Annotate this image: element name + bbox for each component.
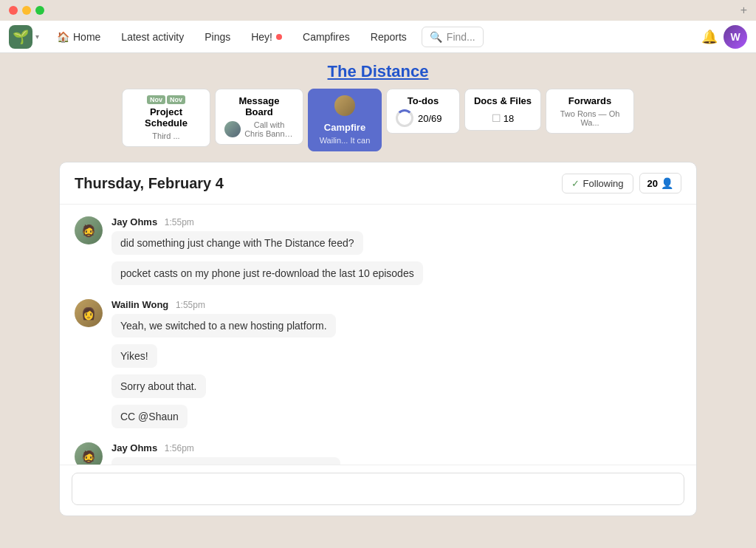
message-group: 🧔 Jay Ohms 1:56pm no worries, wanted to … bbox=[75, 442, 681, 465]
message-group: 👩 Wailin Wong 1:55pm Yeah, we switched t… bbox=[75, 299, 681, 432]
new-tab-button[interactable]: + bbox=[740, 4, 747, 17]
date-badge-1: Nov bbox=[147, 95, 165, 104]
date-badge-2: Nov bbox=[167, 95, 185, 104]
home-icon: 🏠 bbox=[57, 31, 69, 43]
nav-hey[interactable]: Hey! bbox=[242, 27, 291, 47]
message-bubble: pocket casts on my phone just re-downloa… bbox=[111, 261, 423, 285]
docs-count: 18 bbox=[504, 113, 514, 124]
message-time: 1:55pm bbox=[176, 300, 205, 310]
input-area bbox=[60, 465, 696, 516]
message-bubble: CC @Shaun bbox=[111, 405, 188, 428]
chat-container: Thursday, February 4 ✓ Following 20 👤 🧔 bbox=[59, 162, 697, 516]
chat-input[interactable] bbox=[72, 473, 684, 505]
nav-reports[interactable]: Reports bbox=[362, 27, 416, 47]
people-icon: 👤 bbox=[661, 177, 673, 189]
message-bubble: did something just change with The Dista… bbox=[111, 231, 363, 255]
nav-home-label: Home bbox=[73, 31, 100, 43]
main-content: The Distance Nov Nov Project Schedule Th… bbox=[0, 53, 756, 525]
minimize-button[interactable] bbox=[22, 6, 31, 15]
message-meta: Wailin Wong 1:55pm bbox=[111, 299, 681, 310]
following-label: Following bbox=[583, 178, 624, 189]
tab-preview: Third ... bbox=[131, 131, 201, 140]
members-count: 20 bbox=[647, 178, 658, 189]
tab-preview: Two Rons — Oh Wa... bbox=[555, 109, 625, 127]
nav-search[interactable]: 🔍 Find... bbox=[422, 27, 484, 47]
search-label: Find... bbox=[447, 31, 475, 43]
members-button[interactable]: 20 👤 bbox=[639, 173, 681, 193]
nav-logo[interactable]: 🌱 ▾ bbox=[9, 25, 39, 49]
logo-chevron-icon: ▾ bbox=[35, 32, 39, 41]
nav-home[interactable]: 🏠 Home bbox=[48, 27, 109, 47]
tab-message-board[interactable]: Message Board Call with Chris Bannon of bbox=[215, 89, 303, 145]
tab-docs-files[interactable]: Docs & Files ☐ 18 bbox=[464, 89, 541, 131]
nav-pings-label: Pings bbox=[205, 31, 230, 43]
navbar: 🌱 ▾ 🏠 Home Latest activity Pings Hey! Ca… bbox=[0, 21, 756, 53]
avatar: 👩 bbox=[75, 299, 103, 327]
tab-label: To-dos bbox=[396, 95, 450, 106]
tab-label: Docs & Files bbox=[474, 95, 532, 106]
message-bubble: Yeah, we switched to a new hosting platf… bbox=[111, 314, 336, 338]
project-title-link[interactable]: The Distance bbox=[328, 62, 429, 81]
message-group: 🧔 Jay Ohms 1:55pm did something just cha… bbox=[75, 216, 681, 289]
nav-reports-label: Reports bbox=[371, 31, 407, 43]
traffic-lights bbox=[9, 6, 44, 15]
nav-campfires[interactable]: Campfires bbox=[294, 27, 359, 47]
message-content: Wailin Wong 1:55pm Yeah, we switched to … bbox=[111, 299, 681, 432]
chat-date-title: Thursday, February 4 bbox=[75, 175, 224, 192]
avatar: 🧔 bbox=[75, 442, 103, 465]
notifications-bell[interactable]: 🔔 bbox=[701, 29, 718, 45]
tab-todos[interactable]: To-dos 20/69 bbox=[386, 89, 460, 134]
check-icon: ✓ bbox=[571, 178, 580, 189]
nav-hey-label: Hey! bbox=[251, 31, 272, 43]
todos-count: 20/69 bbox=[418, 113, 442, 124]
nav-latest-label: Latest activity bbox=[121, 31, 184, 43]
message-bubble: Sorry about that. bbox=[111, 374, 206, 398]
hey-notification-dot bbox=[276, 34, 282, 40]
tab-label: Forwards bbox=[555, 95, 625, 106]
maximize-button[interactable] bbox=[35, 6, 44, 15]
tab-project-schedule[interactable]: Nov Nov Project Schedule Third ... bbox=[122, 89, 210, 147]
tab-preview: Wailin... It can bbox=[317, 136, 372, 145]
message-author: Jay Ohms bbox=[111, 442, 157, 453]
message-time: 1:56pm bbox=[165, 443, 194, 453]
message-time: 1:55pm bbox=[165, 217, 194, 227]
nav-latest-activity[interactable]: Latest activity bbox=[112, 27, 193, 47]
message-content: Jay Ohms 1:55pm did something just chang… bbox=[111, 216, 681, 289]
message-author: Jay Ohms bbox=[111, 216, 157, 227]
progress-circle-icon bbox=[396, 109, 413, 127]
message-bubble: no worries, wanted to make sure you're a… bbox=[111, 457, 340, 465]
checkbox-icon: ☐ bbox=[492, 112, 501, 124]
search-icon: 🔍 bbox=[430, 31, 442, 43]
message-meta: Jay Ohms 1:55pm bbox=[111, 216, 681, 227]
avatar: 🧔 bbox=[75, 216, 103, 244]
nav-right: 🔔 W bbox=[701, 25, 747, 49]
titlebar: + bbox=[0, 0, 756, 21]
nav-pings[interactable]: Pings bbox=[196, 27, 239, 47]
tab-label: Campfire bbox=[317, 122, 372, 133]
messages-area[interactable]: 🧔 Jay Ohms 1:55pm did something just cha… bbox=[60, 205, 696, 465]
message-meta: Jay Ohms 1:56pm bbox=[111, 442, 681, 453]
message-bubble: Yikes! bbox=[111, 344, 157, 368]
chat-header: Thursday, February 4 ✓ Following 20 👤 bbox=[60, 162, 696, 205]
campfire-avatar bbox=[334, 95, 355, 116]
tab-bar: Nov Nov Project Schedule Third ... Messa… bbox=[59, 89, 697, 151]
message-content: Jay Ohms 1:56pm no worries, wanted to ma… bbox=[111, 442, 681, 465]
message-author: Wailin Wong bbox=[111, 299, 168, 310]
tab-label: Project Schedule bbox=[131, 106, 201, 129]
chat-header-actions: ✓ Following 20 👤 bbox=[562, 173, 681, 193]
tab-forwards[interactable]: Forwards Two Rons — Oh Wa... bbox=[546, 89, 634, 134]
tab-campfire[interactable]: Campfire Wailin... It can bbox=[308, 89, 382, 151]
tab-progress: 20/69 bbox=[396, 109, 450, 127]
following-button[interactable]: ✓ Following bbox=[562, 174, 633, 193]
tab-preview: Call with Chris Bannon of bbox=[244, 120, 294, 138]
nav-campfires-label: Campfires bbox=[303, 31, 350, 43]
message-board-avatar bbox=[224, 121, 241, 137]
logo-icon: 🌱 bbox=[9, 25, 32, 49]
date-badges: Nov Nov bbox=[131, 95, 201, 104]
tab-label: Message Board bbox=[224, 95, 294, 117]
user-avatar[interactable]: W bbox=[724, 25, 747, 49]
project-title-area: The Distance bbox=[59, 62, 697, 81]
close-button[interactable] bbox=[9, 6, 18, 15]
tab-badge: ☐ 18 bbox=[492, 112, 514, 124]
